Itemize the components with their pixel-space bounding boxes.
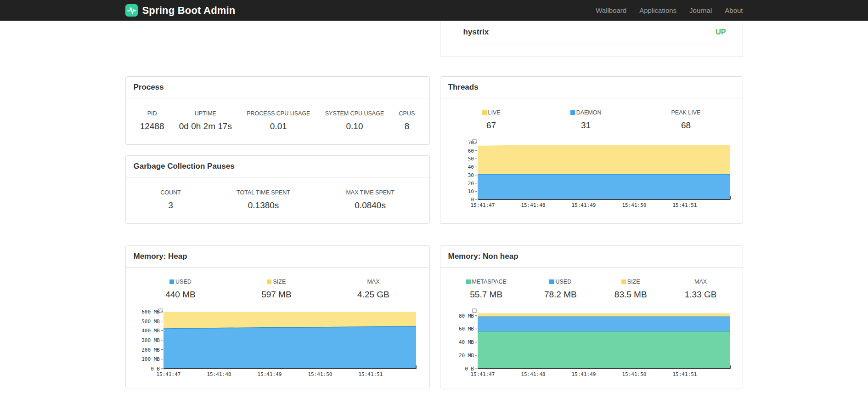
metric-label: MAX: [685, 279, 717, 285]
process-metrics: PID 12488 UPTIME 0d 0h 2m 17s PROCESS CP…: [133, 110, 423, 131]
legend-marker: [482, 110, 487, 115]
metric-label: DAEMON: [570, 109, 602, 116]
metric-value: 83.5 MB: [614, 290, 647, 300]
metric: METASPACE 55.7 MB: [466, 279, 507, 300]
svg-text:100 MB: 100 MB: [141, 356, 160, 362]
metric-value: 55.7 MB: [466, 290, 507, 300]
metric-value: 67: [482, 120, 501, 131]
nonheap-chart: 0 B20 MB40 MB60 MB80 MB15:41:4715:41:481…: [451, 308, 732, 381]
metric-value: 0d 0h 2m 17s: [179, 121, 232, 131]
metric-label: USED: [544, 279, 577, 285]
nonheap-metrics: METASPACE 55.7 MB USED 78.2 MB: [447, 279, 736, 300]
svg-text:600 MB: 600 MB: [141, 309, 160, 315]
metric-label: METASPACE: [466, 279, 507, 285]
legend-marker: [570, 110, 575, 115]
metric-label: PEAK LIVE: [671, 109, 701, 116]
hystrix-panel: hystrix UP: [440, 21, 743, 57]
metric-label: USED: [165, 279, 195, 285]
panel-title: Threads: [448, 83, 479, 91]
metric: SIZE 83.5 MB: [614, 279, 647, 300]
brand-logo-icon: [125, 4, 138, 17]
metric: LIVE 67: [482, 109, 501, 131]
svg-text:15:41:50: 15:41:50: [622, 202, 646, 208]
metric: CPUS 8: [399, 110, 415, 131]
legend-marker: [466, 279, 471, 284]
metric-value: 0.10: [325, 121, 384, 131]
nav-item-journal[interactable]: Journal: [689, 6, 712, 14]
svg-text:15:41:50: 15:41:50: [308, 371, 333, 377]
legend-marker: [621, 279, 626, 284]
svg-text:80 MB: 80 MB: [458, 313, 473, 319]
nav-menu: Wallboard Applications Journal About: [596, 6, 743, 14]
metric: MAX 1.33 GB: [685, 279, 717, 300]
metric: UPTIME 0d 0h 2m 17s: [179, 110, 232, 131]
metric-value: 3: [160, 200, 180, 211]
metric-value: 12488: [140, 121, 164, 131]
metric-value: 31: [570, 120, 602, 131]
panel-title: Memory: Non heap: [448, 252, 519, 261]
svg-text:15:41:48: 15:41:48: [521, 371, 545, 377]
nav-item-wallboard[interactable]: Wallboard: [596, 6, 626, 14]
metric: COUNT 3: [160, 189, 180, 211]
heap-chart: 0 B100 MB200 MB300 MB400 MB500 MB600 MB1…: [137, 308, 418, 381]
svg-text:400 MB: 400 MB: [141, 328, 160, 334]
metric-label: PROCESS CPU USAGE: [247, 110, 310, 117]
metric-value: 440 MB: [165, 290, 195, 300]
metric: USED 78.2 MB: [544, 279, 577, 300]
metric-label: CPUS: [399, 110, 415, 117]
svg-text:15:41:49: 15:41:49: [571, 202, 596, 208]
nav-item-applications[interactable]: Applications: [639, 6, 676, 14]
metric-label: SYSTEM CPU USAGE: [325, 110, 384, 117]
svg-text:40 MB: 40 MB: [458, 339, 473, 345]
panel-title: Garbage Collection Pauses: [134, 162, 235, 171]
nonheap-panel: Memory: Non heap METASPACE 55.7 MB: [440, 245, 743, 388]
svg-text:200 MB: 200 MB: [141, 347, 160, 353]
metric: MAX 4.25 GB: [357, 279, 389, 300]
nav-item-about[interactable]: About: [725, 6, 743, 14]
metric-value: 0.0840s: [346, 200, 394, 211]
process-panel: Process PID 12488 UPTIME 0d 0h 2m 17s: [125, 76, 430, 145]
heap-metrics: USED 440 MB SIZE 597 MB MAX 4.25 GB: [133, 279, 423, 300]
panel-title: Process: [134, 83, 164, 91]
legend-marker: [267, 279, 271, 284]
metric: PEAK LIVE 68: [671, 109, 701, 131]
threads-panel: Threads LIVE 67 DAEMON: [440, 76, 743, 224]
row-memory: Memory: Heap USED 440 MB SIZE: [125, 245, 743, 388]
svg-text:10: 10: [468, 188, 473, 194]
metric-label: PID: [140, 110, 164, 117]
svg-text:70: 70: [468, 140, 473, 146]
threads-chart: 01020304050607015:41:4715:41:4815:41:491…: [451, 139, 732, 211]
svg-text:20: 20: [468, 181, 473, 187]
svg-text:60 MB: 60 MB: [458, 326, 473, 332]
svg-text:15:41:48: 15:41:48: [521, 202, 545, 208]
svg-text:50: 50: [468, 156, 473, 162]
metric-value: 0.1380s: [237, 200, 290, 211]
metric: SIZE 597 MB: [261, 279, 291, 300]
application-row[interactable]: hystrix UP: [463, 21, 726, 44]
brand[interactable]: Spring Boot Admin: [125, 4, 236, 17]
metric: TOTAL TIME SPENT 0.1380s: [237, 189, 290, 211]
navbar: Spring Boot Admin Wallboard Applications…: [0, 0, 868, 21]
metric-label: TOTAL TIME SPENT: [237, 189, 290, 196]
legend-marker: [549, 279, 554, 284]
metric: DAEMON 31: [570, 109, 602, 131]
metric-label: SIZE: [261, 279, 291, 285]
metric-value: 597 MB: [261, 290, 291, 300]
svg-text:15:41:51: 15:41:51: [359, 371, 383, 377]
gc-panel: Garbage Collection Pauses COUNT 3 TOTAL …: [125, 155, 430, 224]
metric-value: 8: [399, 121, 415, 131]
metric: MAX TIME SPENT 0.0840s: [346, 189, 394, 211]
svg-text:15:41:48: 15:41:48: [207, 371, 231, 377]
application-name: hystrix: [463, 28, 489, 37]
metric-label: UPTIME: [179, 110, 232, 117]
hystrix-row: hystrix UP: [125, 21, 743, 57]
brand-title: Spring Boot Admin: [142, 5, 236, 17]
metric: USED 440 MB: [165, 279, 195, 300]
legend-marker: [169, 279, 174, 284]
svg-text:500 MB: 500 MB: [141, 319, 160, 325]
svg-text:15:41:47: 15:41:47: [470, 371, 495, 377]
metric-label: MAX TIME SPENT: [346, 189, 394, 196]
svg-text:40: 40: [468, 164, 473, 170]
metric-label: COUNT: [160, 189, 180, 196]
metric: PROCESS CPU USAGE 0.01: [247, 110, 310, 131]
